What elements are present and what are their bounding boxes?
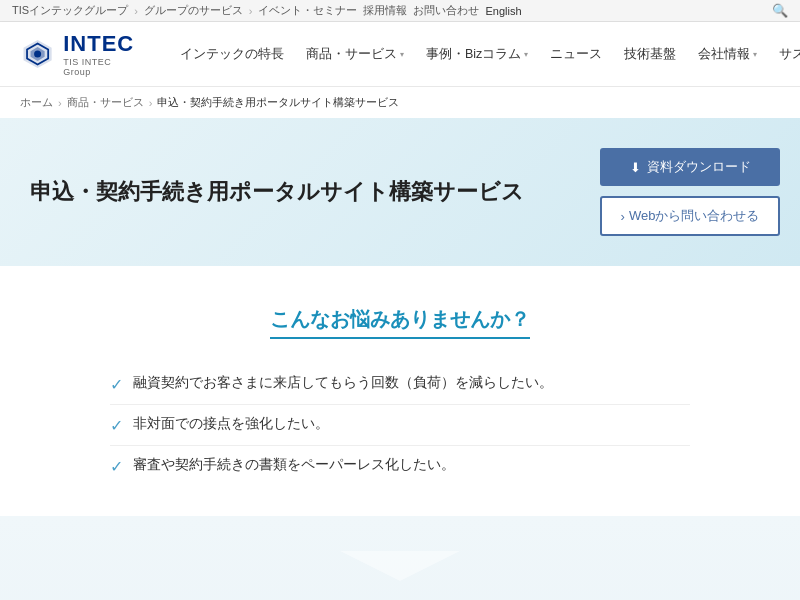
list-item: ✓ 審査や契約手続きの書類をペーパーレス化したい。 — [110, 446, 690, 486]
hero-buttons: ⬇ 資料ダウンロード › Webから問い合わせる — [600, 148, 780, 236]
breadcrumb: ホーム › 商品・サービス › 申込・契約手続き用ポータルサイト構築サービス — [0, 87, 800, 118]
download-button[interactable]: ⬇ 資料ダウンロード — [600, 148, 780, 186]
breadcrumb-current: 申込・契約手続き用ポータルサイト構築サービス — [157, 95, 399, 110]
download-icon: ⬇ — [630, 160, 641, 175]
hero-section: 申込・契約手続き用ポータルサイト構築サービス ⬇ 資料ダウンロード › Webか… — [0, 118, 800, 266]
nav-item-cases[interactable]: 事例・Bizコラム ▾ — [416, 38, 538, 71]
page-title: 申込・契約手続き用ポータルサイト構築サービス — [30, 177, 600, 208]
list-item: ✓ 融資契約でお客さまに来店してもらう回数（負荷）を減らしたい。 — [110, 364, 690, 405]
nav-item-sustainability[interactable]: サステナビリティ ▾ — [769, 38, 800, 71]
pain-section: こんなお悩みありませんか？ ✓ 融資契約でお客さまに来店してもらう回数（負荷）を… — [0, 266, 800, 516]
logo-sub-label: TIS INTEC Group — [63, 57, 140, 77]
breadcrumb-sep2: › — [149, 97, 153, 109]
check-icon-2: ✓ — [110, 416, 123, 435]
chevron-right-icon: › — [621, 209, 625, 224]
utility-bar: TISインテックグループ › グループのサービス › イベント・セミナー 採用情… — [0, 0, 800, 22]
breadcrumb-home[interactable]: ホーム — [20, 95, 53, 110]
utility-link-recruit[interactable]: 採用情報 — [363, 3, 407, 18]
nav-item-feature[interactable]: インテックの特長 — [170, 38, 294, 71]
pain-item-text-2: 非対面での接点を強化したい。 — [133, 415, 329, 433]
pain-item-text-3: 審査や契約手続きの書類をペーパーレス化したい。 — [133, 456, 455, 474]
triangle-decoration — [340, 551, 460, 581]
solution-section: その悩みインテックが解決します 💡 オンライン上で融資申込が可能であり、ペーパー… — [0, 516, 800, 600]
breadcrumb-sep1: › — [58, 97, 62, 109]
search-button[interactable]: 🔍 — [772, 3, 788, 18]
nav-item-news[interactable]: ニュース — [540, 38, 612, 71]
utility-link-tis[interactable]: TISインテックグループ — [12, 3, 128, 18]
svg-point-3 — [34, 50, 41, 57]
pain-item-text-1: 融資契約でお客さまに来店してもらう回数（負荷）を減らしたい。 — [133, 374, 553, 392]
logo-icon — [20, 36, 55, 72]
logo-text: INTEC TIS INTEC Group — [63, 31, 140, 77]
chevron-down-icon: ▾ — [400, 50, 404, 59]
check-icon-3: ✓ — [110, 457, 123, 476]
utility-link-english[interactable]: English — [485, 5, 521, 17]
nav-items: インテックの特長 商品・サービス ▾ 事例・Bizコラム ▾ ニュース 技術基盤… — [170, 38, 800, 71]
pain-section-title: こんなお悩みありませんか？ — [270, 306, 530, 339]
contact-label: Webから問い合わせる — [629, 207, 760, 225]
chevron-down-icon-3: ▾ — [753, 50, 757, 59]
utility-link-contact[interactable]: お問い合わせ — [413, 3, 479, 18]
pain-list: ✓ 融資契約でお客さまに来店してもらう回数（負荷）を減らしたい。 ✓ 非対面での… — [110, 364, 690, 486]
sep2: › — [249, 5, 253, 17]
contact-button[interactable]: › Webから問い合わせる — [600, 196, 780, 236]
chevron-down-icon-2: ▾ — [524, 50, 528, 59]
nav-item-tech[interactable]: 技術基盤 — [614, 38, 686, 71]
logo-area: INTEC TIS INTEC Group — [20, 31, 140, 77]
logo-intec-label: INTEC — [63, 31, 140, 57]
nav-item-company[interactable]: 会社情報 ▾ — [688, 38, 767, 71]
list-item: ✓ 非対面での接点を強化したい。 — [110, 405, 690, 446]
main-nav: INTEC TIS INTEC Group インテックの特長 商品・サービス ▾… — [0, 22, 800, 87]
sep1: › — [134, 5, 138, 17]
nav-item-products[interactable]: 商品・サービス ▾ — [296, 38, 414, 71]
utility-link-services[interactable]: グループのサービス — [144, 3, 243, 18]
breadcrumb-products[interactable]: 商品・サービス — [67, 95, 144, 110]
check-icon-1: ✓ — [110, 375, 123, 394]
download-label: 資料ダウンロード — [647, 158, 751, 176]
utility-right: 🔍 — [772, 3, 788, 18]
utility-link-events[interactable]: イベント・セミナー — [258, 3, 357, 18]
